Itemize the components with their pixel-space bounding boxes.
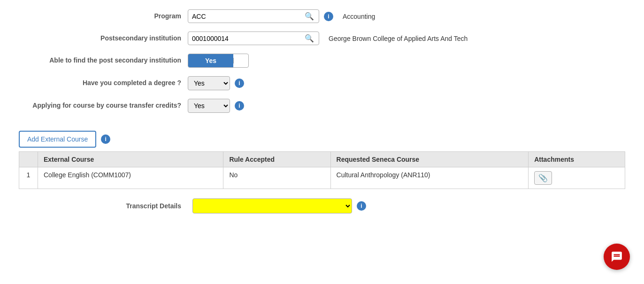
row-external-course: College English (COMM1007) (38, 167, 223, 189)
course-transfer-info-icon[interactable]: i (235, 101, 244, 110)
col-rule-accepted: Rule Accepted (223, 152, 330, 167)
institution-input-wrapper: 🔍 (188, 32, 319, 45)
attachment-button[interactable]: 📎 (534, 171, 552, 185)
find-institution-no-button[interactable] (233, 58, 248, 63)
find-institution-toggle: Yes (188, 54, 249, 68)
table-header-row: External Course Rule Accepted Requested … (19, 152, 625, 167)
find-institution-row: Able to find the post secondary institut… (19, 54, 625, 68)
add-course-info-icon[interactable]: i (101, 134, 110, 144)
col-requested-course: Requested Seneca Course (330, 152, 529, 167)
institution-input[interactable] (192, 35, 304, 42)
transcript-row: Transcript Details i (0, 198, 644, 213)
program-input[interactable] (192, 13, 304, 20)
institution-result-text: George Brown College of Applied Arts And… (329, 35, 468, 42)
institution-search-button[interactable]: 🔍 (304, 34, 315, 43)
add-course-section: Add External Course i (0, 131, 644, 148)
find-institution-label: Able to find the post secondary institut… (19, 56, 188, 65)
find-institution-control-area: Yes (188, 54, 625, 68)
table-row: 1 College English (COMM1007) No Cultural… (19, 167, 625, 189)
program-info-icon[interactable]: i (324, 12, 333, 21)
institution-control-area: 🔍 George Brown College of Applied Arts A… (188, 32, 625, 45)
row-index: 1 (19, 167, 38, 189)
completed-degree-control-area: Yes No i (188, 76, 625, 90)
course-transfer-row: Applying for course by course transfer c… (19, 99, 625, 113)
course-table: External Course Rule Accepted Requested … (19, 151, 625, 189)
completed-degree-label: Have you completed a degree ? (19, 79, 188, 88)
program-input-wrapper: 🔍 (188, 9, 319, 23)
row-rule-accepted: No (223, 167, 330, 189)
course-table-section: External Course Rule Accepted Requested … (0, 151, 644, 189)
institution-label: Postsecondary institution (19, 34, 188, 43)
institution-row: Postsecondary institution 🔍 George Brown… (19, 32, 625, 45)
col-external-course: External Course (38, 152, 223, 167)
completed-degree-select[interactable]: Yes No (188, 76, 230, 90)
chat-icon (611, 251, 623, 263)
transcript-info-icon[interactable]: i (357, 201, 366, 211)
program-control-area: 🔍 i Accounting (188, 9, 625, 23)
program-row: Program 🔍 i Accounting (19, 9, 625, 23)
course-transfer-control-area: Yes No i (188, 99, 625, 113)
program-result-text: Accounting (343, 13, 375, 20)
find-institution-yes-button[interactable]: Yes (188, 54, 233, 67)
completed-degree-row: Have you completed a degree ? Yes No i (19, 76, 625, 90)
course-transfer-select[interactable]: Yes No (188, 99, 230, 113)
col-index (19, 152, 38, 167)
program-search-button[interactable]: 🔍 (304, 12, 315, 21)
add-external-course-button[interactable]: Add External Course (19, 131, 96, 148)
row-requested-course: Cultural Anthropology (ANR110) (330, 167, 529, 189)
transcript-label: Transcript Details (19, 202, 188, 210)
row-attachments: 📎 (529, 167, 625, 189)
col-attachments: Attachments (529, 152, 625, 167)
course-transfer-label: Applying for course by course transfer c… (19, 101, 188, 110)
transcript-select[interactable] (192, 198, 352, 213)
completed-degree-info-icon[interactable]: i (235, 79, 244, 88)
program-label: Program (19, 12, 188, 21)
chat-button[interactable] (604, 244, 630, 270)
